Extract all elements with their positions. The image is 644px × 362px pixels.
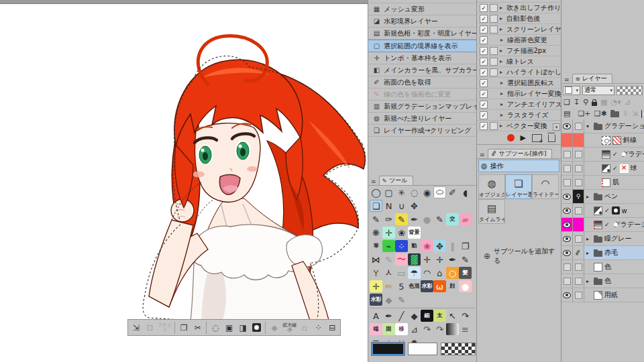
layer-thumbnail-shasen[interactable] (612, 136, 621, 145)
suisai2-brush[interactable]: 水彩 (370, 294, 382, 306)
sub-color-swatch[interactable] (408, 343, 437, 355)
hook2-tool[interactable]: ↷ (421, 323, 433, 335)
lasso-select-tool[interactable]: ◯ (370, 186, 382, 198)
layer-thumbnail-paper[interactable] (594, 291, 602, 300)
expand-arrow-icon[interactable]: ▸ (500, 69, 504, 75)
visibility-checkbox[interactable] (575, 207, 582, 215)
visibility-checkbox[interactable] (575, 263, 582, 271)
visibility-checkbox[interactable] (575, 123, 582, 130)
expand-arrow-icon[interactable]: ▸ (500, 48, 504, 54)
draft-layer-icon[interactable]: ⚲ (583, 98, 588, 107)
folder-icon[interactable] (594, 194, 602, 200)
suisai-brush[interactable]: 水彩 (421, 280, 433, 292)
scale-rotate-icon[interactable]: ⇲ (129, 321, 143, 335)
quick-access-item[interactable]: ✐画面の色を取得 (368, 76, 476, 88)
haikei-brush[interactable]: 背景 (408, 227, 421, 239)
layer-col1[interactable] (561, 162, 573, 175)
action-secondary-checkbox[interactable] (490, 15, 498, 23)
auto-action-item[interactable]: ✓▸吹き出しフチ作り( (477, 3, 561, 13)
auto-action-item[interactable]: ✓▸線トレス (477, 56, 561, 67)
layer-row-main[interactable]: 用紙 (584, 288, 644, 302)
pen2-tool[interactable]: ✎ (433, 213, 446, 225)
mask-link-check-icon[interactable]: ✓ (604, 207, 610, 214)
iromaze-brush[interactable]: 色混 (408, 280, 421, 292)
subtool-item-オブジェクト[interactable]: ◍オブジェクト (478, 174, 505, 199)
action-secondary-checkbox[interactable] (490, 68, 498, 76)
action-secondary-checkbox[interactable] (490, 58, 498, 66)
five-brush[interactable]: 5 (395, 280, 408, 292)
quick-access-item[interactable]: ▥新規グラデーションマップレイヤー (368, 101, 476, 113)
ko-fix-tool[interactable]: 固 (382, 323, 395, 335)
auto-action-item[interactable]: ✓▸スクリーンレイヤー1 (477, 24, 561, 35)
pale-lines-brush[interactable]: ∥ (446, 240, 459, 252)
arc-brush[interactable]: ◠ (421, 267, 433, 279)
copy-icon[interactable]: ❐ (177, 321, 191, 335)
layer-col1[interactable] (561, 218, 573, 231)
layer-thumbnail-red-x[interactable]: ✕ (620, 164, 629, 173)
twig-brush[interactable]: Y (370, 267, 382, 279)
layer-col1[interactable] (561, 176, 573, 189)
visibility-checkbox[interactable] (575, 179, 582, 186)
selection-pen-tool[interactable]: ◉ (421, 186, 433, 198)
layer-col1[interactable] (561, 288, 573, 302)
action-checkbox[interactable]: ✓ (480, 111, 488, 119)
layer-thumbnail-white[interactable] (594, 263, 602, 272)
layer-row-main[interactable]: 肌 (584, 176, 644, 189)
folder-open-icon[interactable] (594, 124, 602, 130)
eye-visible-icon[interactable] (563, 194, 571, 200)
blue-dots-brush[interactable]: ⁘ (395, 240, 408, 252)
tab-tools[interactable]: ✎ ツール (379, 176, 413, 185)
pen-tool[interactable]: ✒ (408, 213, 421, 225)
action-secondary-checkbox[interactable] (490, 4, 498, 12)
pink-blob-brush[interactable]: ▰ (459, 213, 472, 225)
layer-thumbnail-grad-redge[interactable] (594, 221, 602, 229)
eye-visible-icon[interactable] (563, 123, 571, 129)
action-checkbox[interactable]: ✓ (480, 25, 488, 34)
action-checkbox[interactable]: ✓ (480, 68, 488, 76)
merge-icon[interactable]: ⇲ (632, 109, 638, 118)
egg-brush[interactable]: ○ (446, 267, 459, 279)
visibility-checkbox[interactable] (564, 263, 571, 271)
layer-row-main[interactable]: ✓w (584, 204, 644, 217)
expand-arrow-icon[interactable]: ▾ (586, 123, 592, 129)
add-action-icon[interactable] (532, 134, 542, 142)
airbrush-tool[interactable]: ● (421, 213, 433, 225)
douki-brush[interactable]: 動 (408, 240, 421, 252)
layer-thumbnail-white-redge[interactable] (602, 178, 610, 187)
layer-col1[interactable] (561, 204, 573, 217)
layer-mask-thumbnail[interactable] (612, 206, 620, 215)
expand-arrow-icon[interactable]: ▸ (500, 26, 504, 32)
new-layer-menu-icon[interactable]: ❏✱ (594, 109, 607, 118)
ribbon-brush[interactable]: ⋈ (370, 253, 382, 265)
visibility-checkbox[interactable] (564, 278, 571, 285)
highlight-cell[interactable] (573, 133, 584, 147)
pages-brush[interactable]: ❐ (459, 240, 472, 252)
layer-col1[interactable] (561, 119, 573, 133)
auto-action-item[interactable]: ✓▸アンチエイリアスオン (477, 99, 561, 110)
fude-brush[interactable]: 筆 (370, 240, 382, 252)
folder-icon[interactable] (594, 279, 602, 285)
visibility-checkbox[interactable] (575, 292, 582, 299)
lock-transparent-icon[interactable]: ▦ (600, 98, 607, 107)
opacity-slider[interactable] (616, 86, 643, 95)
expand-arrow-icon[interactable]: ▸ (500, 123, 504, 129)
quick-access-item[interactable]: ▦メッシュ変形 (368, 3, 476, 15)
action-checkbox[interactable]: ✓ (480, 4, 488, 12)
folder-icon[interactable] (594, 251, 602, 257)
selection-options-icon[interactable]: ⊟ (325, 321, 339, 335)
tab-layer[interactable]: ≋ レイヤー (572, 74, 612, 83)
plus-yellow-brush[interactable]: ✛ (370, 280, 382, 292)
flower-circle-brush[interactable]: ❀ (421, 240, 433, 252)
play-action-icon[interactable]: ▶ (521, 134, 526, 141)
layer-select-tool[interactable]: ❏ (370, 200, 382, 212)
expand-arrow-icon[interactable]: ▸ (500, 101, 505, 107)
gold-brush[interactable]: ✏ (382, 280, 395, 292)
transparent-color-swatch[interactable] (441, 343, 476, 355)
person-brush[interactable]: 人 (382, 267, 395, 279)
hook-tool[interactable]: ↷ (459, 310, 472, 322)
panel-menu-icon[interactable]: ≡ (564, 76, 570, 83)
canvas-area[interactable]: ⇲⊡フチどり❐✂◌▣◨◆拡大縮小▫⁘⊟ (0, 0, 368, 362)
layer-row[interactable]: ▸色 (561, 274, 644, 288)
subtool-item-タイムライン[interactable]: ▤タイムライン (478, 199, 505, 224)
layer-row[interactable]: 斜線 (561, 133, 644, 147)
